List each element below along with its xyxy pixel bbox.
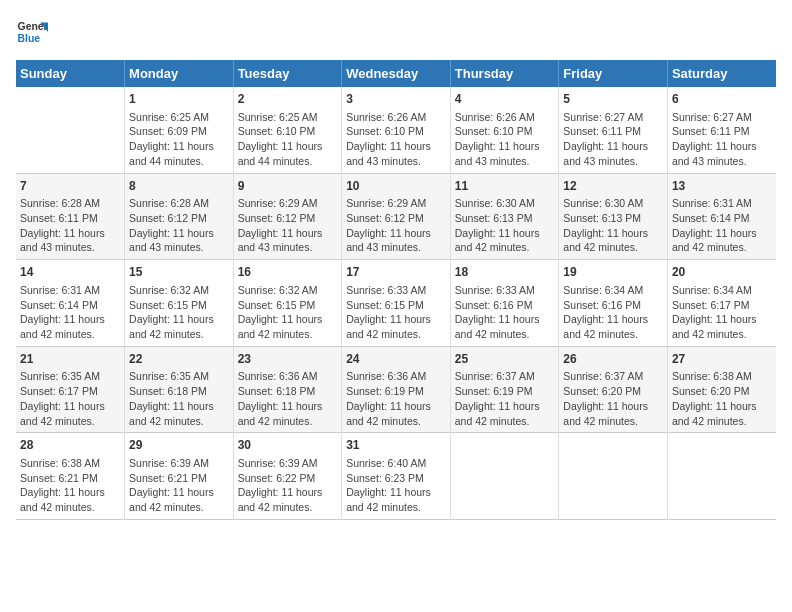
cell-info: Sunrise: 6:37 AMSunset: 6:20 PMDaylight:…: [563, 369, 663, 428]
day-number: 12: [563, 178, 663, 195]
calendar-cell: 4Sunrise: 6:26 AMSunset: 6:10 PMDaylight…: [450, 87, 559, 173]
day-number: 19: [563, 264, 663, 281]
calendar-week-5: 28Sunrise: 6:38 AMSunset: 6:21 PMDayligh…: [16, 433, 776, 520]
day-number: 3: [346, 91, 446, 108]
svg-text:Blue: Blue: [18, 33, 41, 44]
calendar-cell: 8Sunrise: 6:28 AMSunset: 6:12 PMDaylight…: [125, 173, 234, 260]
calendar-cell: 18Sunrise: 6:33 AMSunset: 6:16 PMDayligh…: [450, 260, 559, 347]
calendar-week-4: 21Sunrise: 6:35 AMSunset: 6:17 PMDayligh…: [16, 346, 776, 433]
calendar-cell: 24Sunrise: 6:36 AMSunset: 6:19 PMDayligh…: [342, 346, 451, 433]
cell-info: Sunrise: 6:36 AMSunset: 6:18 PMDaylight:…: [238, 369, 338, 428]
calendar-table: SundayMondayTuesdayWednesdayThursdayFrid…: [16, 60, 776, 520]
calendar-cell: [450, 433, 559, 520]
day-number: 8: [129, 178, 229, 195]
cell-info: Sunrise: 6:38 AMSunset: 6:20 PMDaylight:…: [672, 369, 772, 428]
day-number: 10: [346, 178, 446, 195]
cell-info: Sunrise: 6:29 AMSunset: 6:12 PMDaylight:…: [238, 196, 338, 255]
cell-info: Sunrise: 6:33 AMSunset: 6:16 PMDaylight:…: [455, 283, 555, 342]
calendar-cell: 29Sunrise: 6:39 AMSunset: 6:21 PMDayligh…: [125, 433, 234, 520]
day-number: 25: [455, 351, 555, 368]
calendar-cell: 28Sunrise: 6:38 AMSunset: 6:21 PMDayligh…: [16, 433, 125, 520]
logo: General Blue: [16, 16, 48, 48]
calendar-week-1: 1Sunrise: 6:25 AMSunset: 6:09 PMDaylight…: [16, 87, 776, 173]
cell-info: Sunrise: 6:35 AMSunset: 6:17 PMDaylight:…: [20, 369, 120, 428]
calendar-cell: [559, 433, 668, 520]
calendar-cell: 3Sunrise: 6:26 AMSunset: 6:10 PMDaylight…: [342, 87, 451, 173]
weekday-header-friday: Friday: [559, 60, 668, 87]
calendar-cell: 17Sunrise: 6:33 AMSunset: 6:15 PMDayligh…: [342, 260, 451, 347]
weekday-header-monday: Monday: [125, 60, 234, 87]
calendar-cell: 6Sunrise: 6:27 AMSunset: 6:11 PMDaylight…: [667, 87, 776, 173]
calendar-cell: 9Sunrise: 6:29 AMSunset: 6:12 PMDaylight…: [233, 173, 342, 260]
calendar-cell: 11Sunrise: 6:30 AMSunset: 6:13 PMDayligh…: [450, 173, 559, 260]
cell-info: Sunrise: 6:26 AMSunset: 6:10 PMDaylight:…: [455, 110, 555, 169]
weekday-header-tuesday: Tuesday: [233, 60, 342, 87]
cell-info: Sunrise: 6:32 AMSunset: 6:15 PMDaylight:…: [129, 283, 229, 342]
calendar-cell: 21Sunrise: 6:35 AMSunset: 6:17 PMDayligh…: [16, 346, 125, 433]
calendar-cell: 20Sunrise: 6:34 AMSunset: 6:17 PMDayligh…: [667, 260, 776, 347]
cell-info: Sunrise: 6:38 AMSunset: 6:21 PMDaylight:…: [20, 456, 120, 515]
cell-info: Sunrise: 6:34 AMSunset: 6:16 PMDaylight:…: [563, 283, 663, 342]
weekday-header-sunday: Sunday: [16, 60, 125, 87]
calendar-cell: 12Sunrise: 6:30 AMSunset: 6:13 PMDayligh…: [559, 173, 668, 260]
weekday-header-saturday: Saturday: [667, 60, 776, 87]
day-number: 2: [238, 91, 338, 108]
day-number: 29: [129, 437, 229, 454]
day-number: 7: [20, 178, 120, 195]
calendar-cell: 10Sunrise: 6:29 AMSunset: 6:12 PMDayligh…: [342, 173, 451, 260]
day-number: 4: [455, 91, 555, 108]
cell-info: Sunrise: 6:25 AMSunset: 6:09 PMDaylight:…: [129, 110, 229, 169]
cell-info: Sunrise: 6:33 AMSunset: 6:15 PMDaylight:…: [346, 283, 446, 342]
calendar-cell: 16Sunrise: 6:32 AMSunset: 6:15 PMDayligh…: [233, 260, 342, 347]
day-number: 24: [346, 351, 446, 368]
day-number: 31: [346, 437, 446, 454]
day-number: 11: [455, 178, 555, 195]
day-number: 30: [238, 437, 338, 454]
day-number: 16: [238, 264, 338, 281]
cell-info: Sunrise: 6:32 AMSunset: 6:15 PMDaylight:…: [238, 283, 338, 342]
cell-info: Sunrise: 6:27 AMSunset: 6:11 PMDaylight:…: [563, 110, 663, 169]
calendar-cell: 15Sunrise: 6:32 AMSunset: 6:15 PMDayligh…: [125, 260, 234, 347]
calendar-header: SundayMondayTuesdayWednesdayThursdayFrid…: [16, 60, 776, 87]
cell-info: Sunrise: 6:27 AMSunset: 6:11 PMDaylight:…: [672, 110, 772, 169]
cell-info: Sunrise: 6:28 AMSunset: 6:11 PMDaylight:…: [20, 196, 120, 255]
day-number: 28: [20, 437, 120, 454]
logo-icon: General Blue: [16, 16, 48, 48]
day-number: 15: [129, 264, 229, 281]
day-number: 1: [129, 91, 229, 108]
calendar-cell: 7Sunrise: 6:28 AMSunset: 6:11 PMDaylight…: [16, 173, 125, 260]
day-number: 20: [672, 264, 772, 281]
day-number: 27: [672, 351, 772, 368]
cell-info: Sunrise: 6:39 AMSunset: 6:21 PMDaylight:…: [129, 456, 229, 515]
calendar-cell: 5Sunrise: 6:27 AMSunset: 6:11 PMDaylight…: [559, 87, 668, 173]
calendar-week-2: 7Sunrise: 6:28 AMSunset: 6:11 PMDaylight…: [16, 173, 776, 260]
calendar-cell: 2Sunrise: 6:25 AMSunset: 6:10 PMDaylight…: [233, 87, 342, 173]
calendar-cell: 31Sunrise: 6:40 AMSunset: 6:23 PMDayligh…: [342, 433, 451, 520]
cell-info: Sunrise: 6:25 AMSunset: 6:10 PMDaylight:…: [238, 110, 338, 169]
weekday-header-thursday: Thursday: [450, 60, 559, 87]
day-number: 18: [455, 264, 555, 281]
cell-info: Sunrise: 6:37 AMSunset: 6:19 PMDaylight:…: [455, 369, 555, 428]
day-number: 6: [672, 91, 772, 108]
calendar-cell: 14Sunrise: 6:31 AMSunset: 6:14 PMDayligh…: [16, 260, 125, 347]
day-number: 13: [672, 178, 772, 195]
cell-info: Sunrise: 6:31 AMSunset: 6:14 PMDaylight:…: [20, 283, 120, 342]
day-number: 17: [346, 264, 446, 281]
day-number: 5: [563, 91, 663, 108]
cell-info: Sunrise: 6:29 AMSunset: 6:12 PMDaylight:…: [346, 196, 446, 255]
calendar-cell: 27Sunrise: 6:38 AMSunset: 6:20 PMDayligh…: [667, 346, 776, 433]
calendar-cell: 13Sunrise: 6:31 AMSunset: 6:14 PMDayligh…: [667, 173, 776, 260]
calendar-cell: 30Sunrise: 6:39 AMSunset: 6:22 PMDayligh…: [233, 433, 342, 520]
calendar-cell: 1Sunrise: 6:25 AMSunset: 6:09 PMDaylight…: [125, 87, 234, 173]
cell-info: Sunrise: 6:36 AMSunset: 6:19 PMDaylight:…: [346, 369, 446, 428]
day-number: 22: [129, 351, 229, 368]
cell-info: Sunrise: 6:34 AMSunset: 6:17 PMDaylight:…: [672, 283, 772, 342]
day-number: 26: [563, 351, 663, 368]
cell-info: Sunrise: 6:31 AMSunset: 6:14 PMDaylight:…: [672, 196, 772, 255]
day-number: 23: [238, 351, 338, 368]
calendar-cell: 22Sunrise: 6:35 AMSunset: 6:18 PMDayligh…: [125, 346, 234, 433]
calendar-cell: [16, 87, 125, 173]
cell-info: Sunrise: 6:39 AMSunset: 6:22 PMDaylight:…: [238, 456, 338, 515]
day-number: 21: [20, 351, 120, 368]
calendar-cell: [667, 433, 776, 520]
